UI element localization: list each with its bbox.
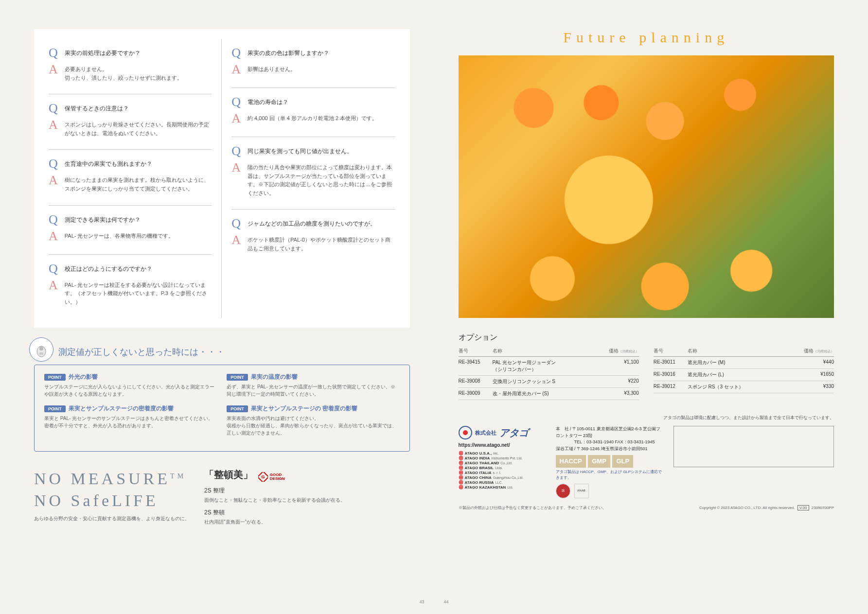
table-row: RE-39008 交換用シリコンクッション S ¥220 [459, 376, 639, 388]
question-text: 測定できる果実は何ですか？ [65, 213, 212, 225]
subsidiary-item: ATAGO INDIA Instruments Pvt. Ltd. [459, 456, 546, 460]
copyright-text: Copyright © 2023 ATAGO CO., LTD. All rig… [699, 506, 795, 510]
accreditation-mark-1: 認 [556, 484, 570, 498]
cell-price: ¥1,100 [600, 359, 639, 373]
atago-logo: 株式会社 アタゴ [459, 426, 546, 439]
q-letter-icon: Q [231, 96, 241, 108]
table-header: 番号 名称 価格（消費税込） [654, 348, 834, 357]
answer-text: 影響はありません。 [248, 63, 395, 74]
answer-text: ポケット糖度計（PAL-0）やポケット糖酸度計とのセット商品もご用意しています。 [248, 234, 395, 253]
q-letter-icon: Q [49, 158, 58, 170]
table-row: RE-39009 改・屋外用遮光カバー (S) ¥3,300 [459, 388, 639, 400]
subsidiary-name: ATAGO KAZAKHSTAN [465, 485, 506, 490]
good-design-badge: G GOOD DESIGN [258, 472, 285, 482]
qa-item: Q ジャムなどの加工品の糖度を測りたいのですが。 A ポケット糖度計（PAL-0… [231, 210, 395, 264]
disclaimer-text: ※製品の外観および仕様は予告なく変更することがあります。予めご了承ください。 [459, 505, 606, 510]
subsidiary-suffix: s. r. l. [493, 471, 501, 474]
subsidiary-item: ATAGO RUSSIA LLC. [459, 480, 546, 485]
qa-item: Q 生育途中の果実でも測れますか？ A 樹になったままの果実を測れます。枝から取… [49, 150, 212, 205]
device-icon [29, 337, 53, 362]
qa-item: Q 果実の前処理は必要ですか？ A 必要ありません。 切ったり、潰したり、絞った… [49, 39, 212, 94]
subsidiary-name: ATAGO U.S.A., [465, 451, 492, 456]
question-text: 電池の寿命は？ [248, 96, 395, 107]
subsidiary-name: ATAGO INDIA [465, 456, 490, 460]
a-letter-icon: A [49, 230, 58, 243]
question-text: 同じ果実を測っても同じ値が出ません。 [248, 145, 395, 156]
qa-item: Q 電池の寿命は？ A 約 4,000 回（単 4 形アルカリ乾電池 2 本使用… [231, 88, 395, 137]
slogan-line2: NO SafeLIFE [34, 491, 159, 509]
point-item: POINT果実とサンプルステージの 密着度の影響 果実表面の水滴や汚れは避けてく… [227, 404, 399, 437]
point-body: サンプルステージに光が入らないようにしてください。光が入ると測定エラーや誤差が大… [44, 383, 217, 398]
qa-section: Q 果実の前処理は必要ですか？ A 必要ありません。 切ったり、潰したり、絞った… [34, 29, 410, 328]
q-letter-icon: Q [231, 47, 241, 59]
seiton-block: 「整頓美」 G GOOD DESIGN 2S 整理 面倒なこと・無駄なこと・非効… [204, 468, 410, 525]
options-heading: オプション [459, 333, 834, 343]
col-name: 名称 [688, 348, 795, 354]
subsidiary-item: ATAGO KAZAKHSTAN Ltd. [459, 485, 546, 490]
answer-text: スポンジはしっかり乾燥させてください。長期間使用の予定がないときは、電池をぬいて… [65, 119, 212, 138]
page-number-right: 44 [444, 599, 449, 604]
seiton-2s-seiton-desc: 社内用語"直角面一"が在る。 [204, 519, 410, 526]
options-table-right: 番号 名称 価格（消費税込） RE-39011 遮光用カバー (M) ¥440 … [654, 348, 834, 400]
subsidiary-name: ATAGO BRASIL [465, 466, 494, 470]
q-letter-icon: Q [49, 102, 58, 115]
subsidiary-name: ATAGO RUSSIA [465, 480, 494, 485]
subsidiary-suffix: Ltda. [495, 466, 503, 470]
cell-name: スポンジ RS（3 セット） [688, 384, 795, 390]
point-title: POINT果実とサンプルステージの 密着度の影響 [227, 404, 399, 413]
globe-icon [459, 456, 463, 460]
globe-icon [459, 480, 463, 485]
a-letter-icon: A [49, 119, 58, 131]
subsidiary-suffix: Guangzhou Co.,Ltd. [493, 476, 524, 479]
globe-icon [459, 485, 463, 490]
subsidiary-suffix: Instruments Pvt. Ltd. [491, 456, 522, 460]
answer-text: 樹になったままの果実を測れます。枝から取れないように、スポンジを果実にしっかり当… [65, 174, 212, 193]
options-table-left: 番号 名称 価格（消費税込） RE-39415 PAL 光センサー用ジョーダン … [459, 348, 639, 400]
col-price: 価格（消費税込） [795, 348, 834, 354]
haccp-badge: HACCP [556, 455, 586, 468]
signature-box [673, 426, 834, 467]
branding-row: NO MEASURETM NO SafeLIFE あらゆる分野の安全・安心に貢献… [34, 468, 410, 525]
answer-text: 陽の当たり具合や果実の部位によって糖度は変わります。本器は、サンプルステージが当… [248, 161, 395, 197]
copyright-line: Copyright © 2023 ATAGO CO., LTD. All rig… [699, 503, 834, 510]
cell-name: 交換用シリコンクッション S [493, 378, 600, 385]
slogan-line1: NO MEASURE [34, 470, 170, 488]
cell-no: RE-39009 [459, 390, 493, 397]
point-body: 果実表面の水滴や汚れは避けてください。 収穫から日数が経過し、果肉が軟らかくなっ… [227, 415, 399, 437]
seiton-2s-seiri: 2S 整理 [204, 487, 410, 495]
good-design-text: GOOD DESIGN [270, 473, 285, 481]
qa-item: Q 校正はどのようにするのですか？ A PAL- 光センサーは校正をする必要がな… [49, 255, 212, 318]
question-text: 生育途中の果実でも測れますか？ [65, 158, 212, 169]
cell-name: 遮光用カバー (L) [688, 371, 795, 378]
subsidiary-item: ATAGO BRASIL Ltda. [459, 465, 546, 470]
cell-name: 改・屋外用遮光カバー (S) [493, 390, 600, 397]
cell-name: PAL 光センサー用ジョーダン （シリコンカバー） [493, 359, 600, 373]
company-info: 株式会社 アタゴ https://www.atago.net/ ATAGO U.… [459, 426, 834, 498]
answer-text: PAL- 光センサーは、各果物専用の機種です。 [65, 230, 212, 241]
cell-name: 遮光用カバー (M) [688, 359, 795, 366]
cell-price: ¥220 [600, 378, 639, 385]
globe-icon [459, 460, 463, 465]
table-header: 番号 名称 価格（消費税込） [459, 348, 639, 357]
subsidiary-item: ATAGO THAILAND Co.,Ltd. [459, 460, 546, 465]
col-no: 番号 [654, 348, 688, 354]
table-row: RE-39016 遮光用カバー (L) ¥1650 [654, 369, 834, 381]
a-letter-icon: A [49, 63, 58, 76]
q-letter-icon: Q [49, 263, 58, 275]
point-title: POINT外光の影響 [44, 373, 217, 381]
point-body: 果実と PAL- 光センサーのサンプルステージはきちんと密着させてください。密着… [44, 415, 217, 429]
col-name: 名称 [493, 348, 600, 354]
point-item: POINT果実の温度の影響 必ず、果実と PAL- 光センサーの温度が一致した状… [227, 373, 399, 398]
cell-no: RE-39011 [654, 359, 688, 366]
globe-icon [459, 470, 463, 475]
q-letter-icon: Q [231, 217, 241, 230]
page-right: Future planning オプション 番号 名称 価格（消費税込） RE-… [434, 0, 868, 614]
subsidiary-name: ATAGO ITALIA [465, 471, 492, 475]
certification-text: アタゴ製品は HACCP、GMP、および GLPシステムに適応できます。 [556, 469, 664, 481]
q-letter-icon: Q [49, 213, 58, 226]
qa-item: Q 果実の皮の色は影響しますか？ A 影響はありません。 [231, 39, 395, 88]
answer-text: 約 4,000 回（単 4 形アルカリ乾電池 2 本使用）です。 [248, 112, 395, 123]
subsidiary-item: ATAGO CHINA Guangzhou Co.,Ltd. [459, 475, 546, 480]
seiton-2s-seiton: 2S 整頓 [204, 509, 410, 517]
trademark: TM [170, 473, 186, 480]
